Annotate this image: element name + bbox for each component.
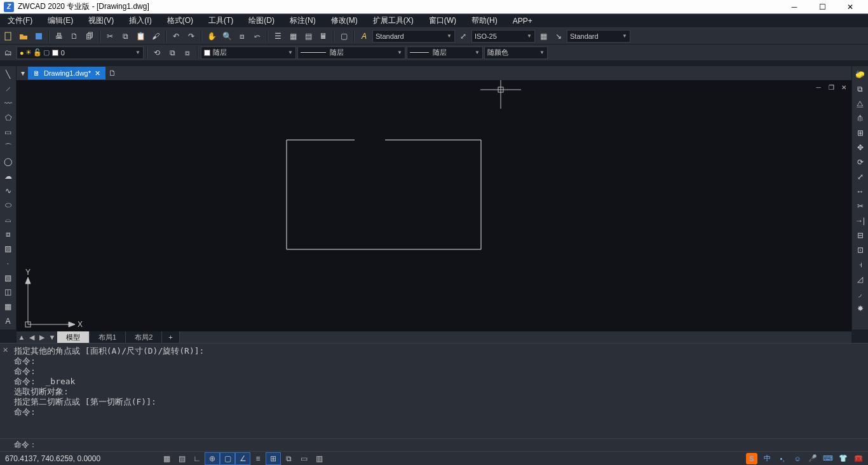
menu-file[interactable]: 文件(F) (0, 14, 40, 27)
menu-tools[interactable]: 工具(T) (201, 14, 241, 27)
layer-state-icon[interactable]: ⧉ (165, 46, 179, 60)
arc-icon[interactable]: ⌒ (1, 140, 15, 154)
polygon-icon[interactable]: ⬠ (1, 111, 15, 125)
redo-icon[interactable]: ↷ (184, 29, 198, 43)
zoom-window-icon[interactable]: ⧈ (235, 29, 249, 43)
spline-icon[interactable]: ∿ (1, 184, 15, 198)
snap-toggle[interactable]: ▦ (159, 452, 174, 465)
print-preview-icon[interactable]: 🗋 (67, 29, 81, 43)
cycle-toggle[interactable]: ⧉ (281, 452, 296, 465)
text-style-combo[interactable]: Standard▼ (372, 30, 455, 43)
mirror-icon[interactable]: ⧋ (853, 97, 867, 111)
dim-style-icon[interactable]: ⤢ (456, 29, 470, 43)
menu-draw[interactable]: 绘图(D) (241, 14, 282, 27)
lwt-toggle[interactable]: ≡ (250, 452, 266, 465)
layer-manager-icon[interactable]: 🗂 (1, 46, 15, 60)
close-button[interactable]: ✕ (836, 1, 864, 13)
linetype-combo[interactable]: 随层▼ (297, 46, 405, 59)
command-input[interactable] (37, 440, 854, 450)
menu-edit[interactable]: 编辑(E) (40, 14, 81, 27)
clean-screen-icon[interactable]: ▢ (337, 29, 351, 43)
menu-window[interactable]: 窗口(W) (421, 14, 464, 27)
layer-combo[interactable]: ● ☀ 🔓 ▢ 0 ▼ (17, 46, 144, 59)
command-history[interactable]: 指定其他的角点或 [面积(A)/尺寸(D)/旋转(R)]: 命令: 命令: 命令… (0, 344, 868, 438)
copy-obj-icon[interactable]: ⧉ (853, 82, 867, 96)
paste-icon[interactable]: 📋 (133, 29, 147, 43)
publish-icon[interactable]: 🗐 (83, 29, 97, 43)
doc-tab-menu-icon[interactable]: ▾ (18, 66, 28, 80)
print-icon[interactable]: 🖶 (52, 29, 66, 43)
table-style-icon[interactable]: ▦ (536, 29, 550, 43)
calculator-icon[interactable]: 🖩 (316, 29, 330, 43)
tab-add-layout[interactable]: + (162, 331, 179, 343)
move-icon[interactable]: ✥ (853, 141, 867, 155)
array-icon[interactable]: ⊞ (853, 126, 867, 140)
polar-toggle[interactable]: ⊕ (205, 452, 220, 465)
menu-view[interactable]: 视图(V) (81, 14, 121, 27)
chamfer-icon[interactable]: ◿ (853, 272, 867, 286)
plotstyle-combo[interactable]: 随颜色▼ (484, 46, 548, 59)
rotate-icon[interactable]: ⟳ (853, 155, 867, 169)
ime-emoji-icon[interactable]: ☺ (792, 453, 803, 464)
ime-mic-icon[interactable]: 🎤 (807, 453, 818, 464)
layout-nav-first-icon[interactable]: ▲ (17, 332, 27, 342)
otrack-toggle[interactable]: ∠ (235, 452, 250, 465)
layout-nav-prev-icon[interactable]: ◀ (27, 332, 37, 342)
doc-tab-close-icon[interactable]: ✕ (95, 69, 100, 78)
menu-insert[interactable]: 插入(I) (121, 14, 159, 27)
polyline-icon[interactable]: 〰 (1, 97, 15, 111)
menu-modify[interactable]: 修改(M) (323, 14, 365, 27)
mtext-icon[interactable]: A (1, 314, 15, 328)
coordinate-readout[interactable]: 670.4137, 740.6259, 0.0000 (0, 454, 159, 463)
osnap-toggle[interactable]: ▢ (220, 452, 235, 465)
pan-icon[interactable]: ✋ (205, 29, 219, 43)
explode-icon[interactable]: ✸ (853, 302, 867, 316)
save-icon[interactable] (32, 29, 46, 43)
table-style-combo[interactable]: Standard▼ (567, 30, 630, 43)
menu-format[interactable]: 格式(O) (159, 14, 201, 27)
offset-icon[interactable]: ⫛ (853, 111, 867, 125)
anno-toggle[interactable]: ▥ (311, 452, 327, 465)
ime-sogou-icon[interactable]: S (746, 453, 757, 464)
revcloud-icon[interactable]: ☁ (1, 169, 15, 183)
new-icon[interactable] (1, 29, 15, 43)
undo-icon[interactable]: ↶ (169, 29, 183, 43)
erase-icon[interactable]: 🧽 (853, 67, 867, 81)
region-icon[interactable]: ◫ (1, 285, 15, 299)
cut-icon[interactable]: ✂ (103, 29, 117, 43)
menu-express[interactable]: 扩展工具(X) (365, 14, 421, 27)
drawing-canvas[interactable]: ─ ❐ ✕ X Y (17, 80, 851, 331)
ortho-toggle[interactable]: ∟ (189, 452, 205, 465)
layer-iso-icon[interactable]: ⧈ (180, 46, 194, 60)
scale-icon[interactable]: ⤢ (853, 170, 867, 184)
minimize-button[interactable]: ─ (780, 1, 808, 13)
tab-layout2[interactable]: 布局2 (126, 331, 162, 343)
menu-dim[interactable]: 标注(N) (282, 14, 323, 27)
copy-icon[interactable]: ⧉ (118, 29, 132, 43)
text-style-icon[interactable]: A (357, 29, 371, 43)
zoom-realtime-icon[interactable]: 🔍 (220, 29, 234, 43)
design-center-icon[interactable]: ▦ (286, 29, 300, 43)
ime-lang-icon[interactable]: 中 (761, 453, 773, 464)
matchprop-icon[interactable]: 🖌 (149, 29, 163, 43)
stretch-icon[interactable]: ↔ (853, 184, 867, 198)
break-at-point-icon[interactable]: ⊟ (853, 228, 867, 242)
ime-keyboard-icon[interactable]: ⌨ (822, 453, 834, 464)
rectangle-icon[interactable]: ▭ (1, 125, 15, 139)
ime-toolbox-icon[interactable]: 🧰 (853, 453, 864, 464)
open-icon[interactable] (17, 29, 31, 43)
zoom-prev-icon[interactable]: ⤺ (250, 29, 264, 43)
mleader-style-icon[interactable]: ↘ (552, 29, 566, 43)
tool-palettes-icon[interactable]: ▤ (301, 29, 315, 43)
model-toggle[interactable]: ▭ (296, 452, 311, 465)
tab-layout1[interactable]: 布局1 (90, 331, 126, 343)
command-close-icon[interactable]: ✕ (3, 346, 8, 354)
menu-help[interactable]: 帮助(H) (464, 14, 505, 27)
layout-nav-next-icon[interactable]: ▶ (37, 332, 47, 342)
ellipse-arc-icon[interactable]: ⌓ (1, 212, 15, 226)
trim-icon[interactable]: ✂ (853, 199, 867, 213)
fillet-icon[interactable]: ◞ (853, 287, 867, 301)
tab-model[interactable]: 模型 (57, 331, 90, 343)
circle-icon[interactable]: ◯ (1, 155, 15, 169)
layer-prev-icon[interactable]: ⟲ (150, 46, 164, 60)
